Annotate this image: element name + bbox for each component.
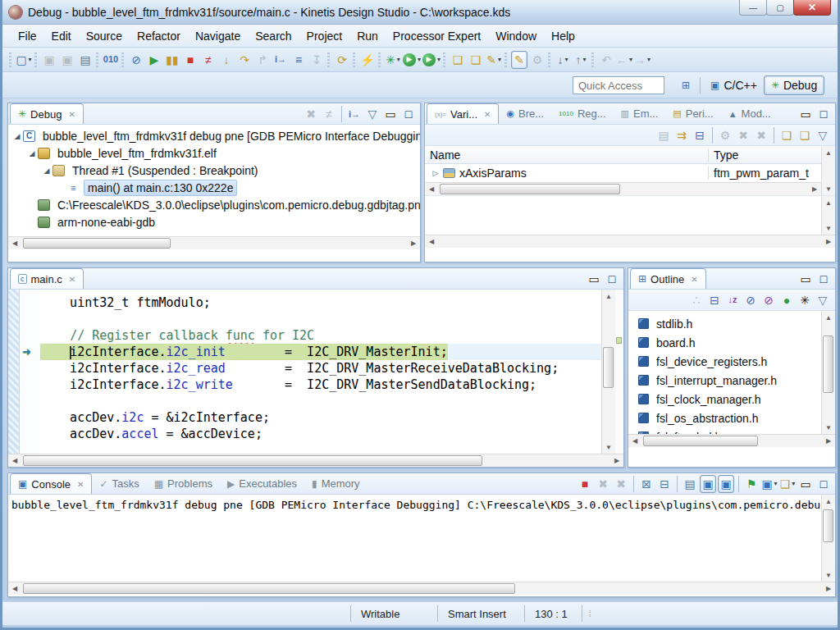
scroll-up-icon[interactable]: ▲ [822,495,835,508]
outline-item[interactable]: fsl_device_registers.h [628,352,821,371]
column-type[interactable]: Type [709,148,821,162]
scroll-down-icon[interactable]: ▼ [822,182,835,195]
overview-ruler[interactable] [615,290,623,454]
outline-item[interactable]: fsl_interrupt_manager.h [628,371,821,390]
menu-navigate[interactable]: Navigate [188,27,248,45]
tab-outline[interactable]: ⊞ Outline ✕ [630,268,706,289]
tab-memory[interactable]: ▮Memory [304,473,368,494]
collapse-all-button[interactable]: ⊟ [706,291,723,309]
scroll-down-icon[interactable]: ▼ [822,568,835,582]
scroll-left-icon[interactable]: ◀ [628,435,641,447]
new-wizard-button[interactable]: ▢▾ [16,51,32,69]
breakpoint-ruler[interactable] [8,290,20,454]
scroll-up-icon[interactable]: ▲ [822,146,835,159]
editor-body[interactable]: ➜ uint32_t ftmModulo; // Register callba… [8,290,623,454]
step-return-button[interactable]: ↱ [254,51,271,69]
scroll-up-icon[interactable]: ▲ [822,196,835,209]
outline-item[interactable]: fsl_ftm_hal.h [628,427,821,434]
minimize-view-button[interactable]: ▭ [797,105,814,123]
scroll-left-icon[interactable]: ◀ [8,454,21,467]
previous-annotation-button[interactable]: ↑▾ [573,51,589,69]
show-trace-button[interactable]: ≡ [290,51,307,69]
new-wizard-dropdown-icon[interactable]: ▾ [29,57,32,63]
back-button[interactable]: ←▾ [616,51,632,69]
suspend-button[interactable]: ▮▮ [164,51,180,69]
open-perspective-button[interactable]: ⊞ [675,77,696,94]
remove-launch-button[interactable]: ✖ [595,475,611,493]
tab-variables[interactable]: (x)=Vari...✕ [427,103,499,124]
display-console-button[interactable]: ▣▾ [761,475,778,493]
remove-all-terminated-button[interactable]: ✖ [303,105,319,123]
maximize-view-button[interactable]: □ [604,270,620,288]
tab-tasks[interactable]: ✓Tasks [92,473,146,494]
menu-run[interactable]: Run [349,27,386,45]
menu-help[interactable]: Help [544,27,582,45]
tab-breakpoints[interactable]: ◉Bre... [499,103,551,124]
mark-occurrences-button[interactable]: ✎ [511,51,527,69]
twisty-icon[interactable]: ▷ [430,169,441,177]
terminate-button[interactable]: ■ [577,475,593,493]
disconnect-button[interactable]: ≠ [321,105,337,123]
save-all-button[interactable]: ▣ [59,51,75,69]
show-stdout-changes-button[interactable]: ▣ [700,475,716,493]
maximize-view-button[interactable]: □ [815,105,832,123]
detail-vscroll[interactable]: ▲ ▼ [821,196,835,235]
show-logical-structure-button[interactable]: ⇉ [673,126,690,144]
tab-debug[interactable]: ✳ Debug ✕ [10,103,84,124]
maximize-view-button[interactable]: □ [815,270,832,288]
change-value-button[interactable]: ⚙ [717,126,733,144]
next-annotation-dropdown-icon[interactable]: ▾ [565,57,568,63]
code-area[interactable]: uint32_t ftmModulo; // Register callback… [40,290,601,454]
twisty-icon[interactable]: ◢ [26,149,38,158]
variables-vscroll[interactable]: ▲ ▼ [821,146,835,195]
hide-fields-button[interactable]: ⊘ [742,291,759,309]
menu-search[interactable]: Search [248,27,299,45]
close-button[interactable]: ✕ [793,0,831,16]
terminate-button[interactable]: ■ [182,51,199,69]
scroll-thumb[interactable] [23,238,171,249]
menu-edit[interactable]: Edit [44,27,79,45]
scroll-up-icon[interactable]: ▲ [822,311,835,324]
detail-text-area[interactable] [425,196,821,235]
tab-executables[interactable]: ▶Executables [220,473,304,494]
minimize-button[interactable]: — [739,0,767,16]
scroll-thumb[interactable] [23,455,482,466]
run-button[interactable]: ▶▾ [403,51,421,69]
scroll-thumb[interactable] [603,347,614,388]
close-icon[interactable]: ✕ [69,275,75,284]
drop-to-frame-button[interactable]: ↧ [308,51,325,69]
tab-modules[interactable]: ▲Mod... [721,103,778,124]
scroll-lock-button[interactable]: ⊟ [656,475,673,493]
link-with-editor-button[interactable]: ∴ [688,291,705,309]
titlebar[interactable]: Debug - bubble_level_ftm_frdmkv31f/sourc… [2,0,838,25]
new-view-button[interactable]: ❏ [778,126,795,144]
save-button[interactable]: ▣ [41,51,57,69]
instruction-stepping-button[interactable]: i→ [272,51,289,69]
editor-hscroll[interactable]: ◀ ▶ [8,454,623,467]
previous-annotation-dropdown-icon[interactable]: ▾ [583,57,587,63]
console-output[interactable]: bubble_level_ftm_frdmkv31f debug pne [GD… [8,495,821,582]
debug-button[interactable]: ✳▾ [385,51,401,69]
last-edit-location-button[interactable]: ↶ [598,51,614,69]
sort-button[interactable]: ↓z [724,291,741,309]
outline-item[interactable]: stdlib.h [628,314,821,333]
locate-variable-button[interactable]: ▤ [655,126,672,144]
open-console-button[interactable]: ❏▾ [779,475,796,493]
remove-selected-button[interactable]: ✖ [735,126,751,144]
next-annotation-button[interactable]: ↓▾ [555,51,571,69]
print-button[interactable]: ▤ [77,51,94,69]
scroll-right-icon[interactable]: ▶ [822,235,835,248]
scroll-down-icon[interactable]: ▼ [822,221,835,235]
cpp-perspective-button[interactable]: ▣C/C++ [704,76,764,94]
world-gear-button[interactable]: ⚙ [529,51,546,69]
tab-console[interactable]: ▣Console✕ [10,473,92,494]
outline-item[interactable]: fsl_clock_manager.h [628,390,821,409]
scroll-thumb[interactable] [440,184,620,194]
outline-hscroll[interactable]: ◀ ▶ [628,434,835,447]
open-view-button[interactable]: ❏ [797,126,813,144]
menu-window[interactable]: Window [488,27,544,45]
detail-hscroll[interactable]: ◀ ▶ [425,235,835,248]
outline-vscroll[interactable]: ▲ ▼ [821,311,835,434]
tree-item[interactable]: ◢bubble_level_ftm_frdmkv31f.elf [8,144,420,162]
scroll-thumb[interactable] [643,436,758,446]
